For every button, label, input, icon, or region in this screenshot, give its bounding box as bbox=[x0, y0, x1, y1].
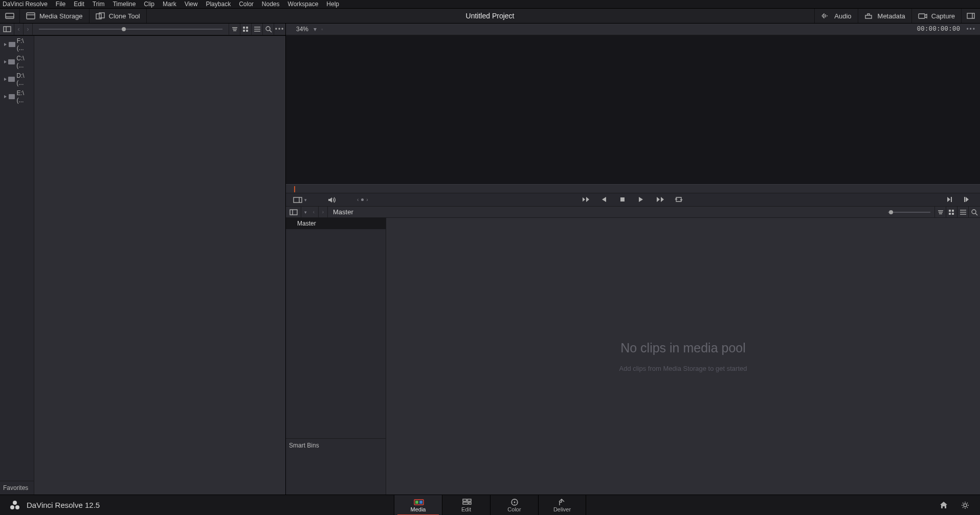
menu-workspace[interactable]: Workspace bbox=[284, 0, 323, 9]
source-viewer[interactable] bbox=[286, 35, 980, 184]
viewer-scrubber[interactable] bbox=[286, 184, 980, 193]
menu-nodes[interactable]: Nodes bbox=[258, 0, 284, 9]
top-toolbar: Media Storage Clone Tool Untitled Projec… bbox=[0, 9, 980, 24]
mark-out-button[interactable] bbox=[964, 196, 973, 204]
empty-pool-title: No clips in media pool bbox=[620, 341, 746, 355]
menu-clip[interactable]: Clip bbox=[140, 0, 159, 9]
menu-trim[interactable]: Trim bbox=[88, 0, 109, 9]
pool-thumb-slider[interactable] bbox=[884, 207, 935, 217]
drive-icon bbox=[8, 77, 15, 82]
page-label: Media bbox=[411, 506, 426, 512]
options-button[interactable]: ••• bbox=[274, 24, 285, 35]
drive-item[interactable]: C:\ (... bbox=[0, 53, 34, 71]
panel-toggle-button[interactable] bbox=[0, 24, 14, 35]
pool-nav-back[interactable]: ‹ bbox=[309, 207, 319, 217]
svg-point-51 bbox=[514, 504, 515, 505]
play-button[interactable] bbox=[638, 196, 647, 204]
menu-davinci[interactable]: DaVinci Resolve bbox=[0, 0, 52, 9]
color-page-icon bbox=[510, 498, 519, 505]
media-storage-icon bbox=[26, 12, 35, 19]
svg-rect-41 bbox=[415, 501, 418, 504]
drive-label: F:\ (... bbox=[17, 37, 32, 52]
metadata-icon bbox=[864, 12, 874, 19]
menu-color[interactable]: Color bbox=[235, 0, 258, 9]
search-button[interactable] bbox=[263, 24, 274, 35]
pool-sort-button[interactable] bbox=[935, 207, 946, 217]
menu-edit[interactable]: Edit bbox=[70, 0, 88, 9]
home-button[interactable] bbox=[939, 501, 948, 510]
clone-tool-button[interactable]: Clone Tool bbox=[90, 9, 147, 23]
volume-button[interactable] bbox=[327, 196, 337, 204]
loop-button[interactable] bbox=[675, 196, 684, 204]
menu-help[interactable]: Help bbox=[322, 0, 343, 9]
mark-in-button[interactable] bbox=[946, 196, 955, 204]
page-media[interactable]: Media bbox=[394, 495, 442, 516]
bins-area[interactable] bbox=[286, 229, 386, 438]
menu-timeline[interactable]: Timeline bbox=[108, 0, 140, 9]
menu-mark[interactable]: Mark bbox=[159, 0, 181, 9]
metadata-button[interactable]: Metadata bbox=[858, 9, 911, 23]
timecode[interactable]: 00:00:00:00 bbox=[917, 26, 963, 33]
menu-playback[interactable]: Playback bbox=[202, 0, 235, 9]
pool-list-view-button[interactable] bbox=[957, 207, 969, 217]
favorites-section[interactable]: Favorites bbox=[0, 481, 34, 495]
empty-pool-hint: Add clips from Media Storage to get star… bbox=[619, 365, 747, 372]
svg-point-52 bbox=[511, 502, 513, 503]
page-color[interactable]: Color bbox=[490, 495, 538, 516]
go-first-button[interactable] bbox=[583, 196, 592, 204]
page-label: Edit bbox=[461, 506, 471, 512]
drive-item[interactable]: E:\ (... bbox=[0, 88, 34, 105]
svg-line-20 bbox=[270, 30, 272, 32]
clips-area[interactable]: No clips in media pool Add clips from Me… bbox=[386, 218, 980, 495]
zoom-dropdown[interactable]: ▾ bbox=[310, 26, 320, 33]
svg-rect-31 bbox=[952, 213, 954, 215]
zoom-value[interactable]: 34% bbox=[289, 26, 310, 33]
project-settings-button[interactable] bbox=[961, 501, 970, 510]
page-deliver[interactable]: Deliver bbox=[538, 495, 586, 516]
pool-nav-fwd[interactable]: › bbox=[319, 207, 328, 217]
svg-rect-14 bbox=[243, 30, 245, 32]
menu-file[interactable]: File bbox=[52, 0, 70, 9]
drive-item[interactable]: D:\ (... bbox=[0, 71, 34, 88]
workspace-layout-button[interactable] bbox=[0, 9, 20, 23]
drive-item[interactable]: F:\ (... bbox=[0, 36, 34, 53]
svg-rect-30 bbox=[949, 213, 951, 215]
chevron-down-icon[interactable]: ▾ bbox=[304, 197, 307, 203]
drive-label: D:\ (... bbox=[16, 72, 32, 86]
master-bin[interactable]: Master bbox=[286, 218, 386, 229]
viewer-toolbar: 34% ▾ ◦ 00:00:00:00 ••• bbox=[286, 24, 980, 35]
audio-button[interactable]: Audio bbox=[814, 9, 857, 23]
svg-rect-0 bbox=[6, 13, 14, 18]
media-storage-browse-area[interactable] bbox=[34, 36, 285, 495]
stop-button[interactable] bbox=[619, 196, 629, 204]
pool-thumb-view-button[interactable] bbox=[946, 207, 957, 217]
pool-search-button[interactable] bbox=[969, 207, 980, 217]
capture-button[interactable]: Capture bbox=[911, 9, 961, 23]
thumbnail-size-slider[interactable] bbox=[33, 24, 229, 35]
viewer-mode-button[interactable] bbox=[293, 197, 302, 203]
pool-breadcrumb: Master bbox=[328, 208, 884, 216]
svg-line-36 bbox=[975, 213, 977, 215]
smart-bins-section[interactable]: Smart Bins bbox=[286, 438, 386, 495]
sort-button[interactable] bbox=[229, 24, 240, 35]
jog-control[interactable]: ‹ › bbox=[357, 197, 368, 203]
page-edit[interactable]: Edit bbox=[442, 495, 490, 516]
audio-icon bbox=[821, 12, 830, 19]
menu-view[interactable]: View bbox=[181, 0, 202, 9]
media-storage-toolbar: ‹ › ••• bbox=[0, 24, 285, 35]
svg-rect-21 bbox=[294, 197, 302, 203]
svg-rect-2 bbox=[27, 13, 35, 19]
thumb-view-button[interactable] bbox=[240, 24, 252, 35]
media-storage-button[interactable]: Media Storage bbox=[20, 9, 90, 23]
viewer-options-button[interactable]: ••• bbox=[962, 26, 980, 33]
bin-view-dropdown[interactable]: ▾ bbox=[301, 207, 309, 217]
list-view-button[interactable] bbox=[252, 24, 263, 35]
playhead[interactable] bbox=[294, 186, 295, 192]
play-reverse-button[interactable] bbox=[601, 196, 610, 204]
go-last-button[interactable] bbox=[656, 196, 665, 204]
nav-back-button[interactable]: ‹ bbox=[14, 24, 24, 35]
nav-fwd-button[interactable]: › bbox=[24, 24, 33, 35]
chevron-right-icon bbox=[4, 95, 7, 98]
bin-view-button[interactable] bbox=[286, 207, 301, 217]
expand-button[interactable] bbox=[961, 9, 980, 23]
